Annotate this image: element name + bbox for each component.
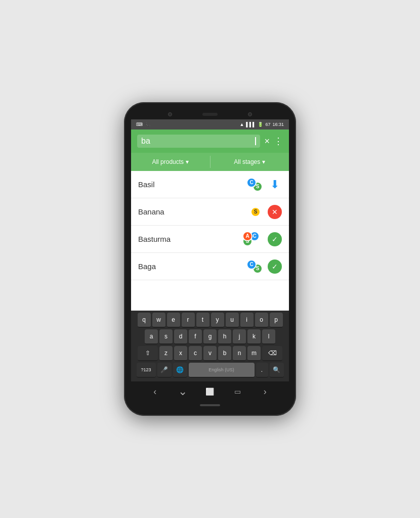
product-actions: S ✕: [246, 205, 282, 219]
signal-icon: ▌▌▌: [246, 122, 256, 127]
key-p[interactable]: p: [270, 313, 283, 328]
product-actions: C S ✓: [246, 260, 282, 274]
battery-icon: 🔋: [258, 122, 263, 127]
key-y[interactable]: y: [211, 313, 224, 328]
key-x[interactable]: x: [174, 346, 187, 361]
key-s[interactable]: s: [159, 329, 173, 344]
keyboard-row-2: a s d f g h j k l: [132, 329, 288, 344]
badge-c: C: [246, 178, 257, 188]
download-button[interactable]: ⬇: [268, 178, 282, 192]
product-actions: C S ⬇: [246, 178, 282, 192]
products-filter-button[interactable]: All products ▾: [131, 153, 210, 171]
key-c[interactable]: c: [189, 346, 202, 361]
key-d[interactable]: d: [174, 329, 187, 344]
status-bar: ⌨ 📞 ▲ ▌▌▌ 🔋 67 16:31: [131, 119, 289, 130]
status-right-icons: ▲ ▌▌▌ 🔋 67 16:31: [239, 122, 284, 127]
filter-bar: All products ▾ All stages ▾: [131, 153, 289, 171]
phone-icon: 📞: [145, 122, 150, 127]
key-g[interactable]: g: [203, 329, 217, 344]
key-u[interactable]: u: [226, 313, 239, 328]
table-row[interactable]: Banana S ✕: [131, 198, 289, 226]
product-name: Basturma: [138, 235, 171, 243]
product-actions: A S C ✓: [242, 231, 282, 247]
wifi-icon: ▲: [239, 122, 244, 127]
key-o[interactable]: o: [255, 313, 268, 328]
shift-key[interactable]: ⇧: [138, 346, 158, 361]
key-n[interactable]: n: [233, 346, 246, 361]
product-name: Baga: [138, 262, 156, 271]
table-row[interactable]: Baga C S ✓: [131, 253, 289, 280]
keyboard-icon: ⌨: [136, 122, 143, 127]
search-key[interactable]: 🔍: [270, 363, 284, 378]
key-z[interactable]: z: [159, 346, 173, 361]
key-j[interactable]: j: [233, 329, 246, 344]
num-key[interactable]: ?123: [137, 363, 156, 378]
front-camera: [168, 112, 172, 116]
stages-dropdown-icon: ▾: [262, 158, 265, 165]
check-button[interactable]: ✓: [268, 232, 282, 246]
battery-percent: 67: [265, 122, 270, 127]
table-row[interactable]: Basturma A S C ✓: [131, 226, 289, 253]
key-a[interactable]: a: [145, 329, 158, 344]
table-row[interactable]: Basil C S ⬇: [131, 171, 289, 198]
search-input[interactable]: ba: [137, 135, 260, 148]
phone-device: ⌨ 📞 ▲ ▌▌▌ 🔋 67 16:31 ba × ⋮ All product: [124, 102, 296, 416]
period-key[interactable]: .: [256, 363, 268, 378]
home-button[interactable]: ⬜: [200, 384, 220, 399]
key-w[interactable]: w: [152, 313, 165, 328]
status-left-icons: ⌨ 📞: [136, 122, 150, 127]
backspace-key[interactable]: ⌫: [262, 346, 282, 361]
phone-top-hardware: [168, 109, 252, 119]
key-k[interactable]: k: [247, 329, 261, 344]
keyboard-row-3: ⇧ z x c v b n m ⌫: [132, 346, 288, 361]
key-l[interactable]: l: [262, 329, 275, 344]
products-dropdown-icon: ▾: [186, 158, 189, 165]
keyboard: q w e r t y u i o p a s d f g h j k: [131, 311, 289, 381]
clear-search-button[interactable]: ×: [264, 136, 270, 147]
clock: 16:31: [272, 122, 284, 127]
cancel-button[interactable]: ✕: [268, 205, 282, 219]
mic-key[interactable]: 🎤: [157, 363, 172, 378]
sensor: [248, 112, 252, 116]
phone-bottom-hardware: [200, 402, 220, 409]
badge-s-yellow: S: [250, 207, 261, 217]
globe-key[interactable]: 🌐: [173, 363, 187, 378]
home-indicator: [200, 404, 220, 406]
badge-group: S: [246, 205, 265, 219]
key-q[interactable]: q: [138, 313, 151, 328]
key-m[interactable]: m: [247, 346, 261, 361]
back-button[interactable]: ‹: [145, 384, 165, 399]
key-t[interactable]: t: [196, 313, 209, 328]
search-query-text: ba: [141, 137, 255, 146]
keyboard-row-4: ?123 🎤 🌐 English (US) . 🔍: [132, 363, 288, 378]
key-i[interactable]: i: [240, 313, 254, 328]
key-e[interactable]: e: [167, 313, 180, 328]
product-name: Banana: [138, 207, 164, 216]
product-list: Basil C S ⬇ Banana S ✕: [131, 171, 289, 311]
badge-group: C S: [246, 178, 265, 192]
key-r[interactable]: r: [182, 313, 195, 328]
stages-filter-button[interactable]: All stages ▾: [211, 153, 289, 171]
search-menu-button[interactable]: ⋮: [274, 136, 283, 147]
key-h[interactable]: h: [218, 329, 231, 344]
down-button[interactable]: ⌄: [173, 384, 193, 399]
product-name: Basil: [138, 180, 155, 189]
badge-group: A S C: [242, 231, 265, 247]
phone-screen: ⌨ 📞 ▲ ▌▌▌ 🔋 67 16:31 ba × ⋮ All product: [131, 119, 289, 402]
check-button[interactable]: ✓: [268, 260, 282, 274]
badge-group: C S: [246, 260, 265, 274]
badge-c: C: [246, 260, 257, 270]
products-filter-label: All products: [152, 158, 184, 165]
text-cursor: [255, 137, 256, 145]
phone-speaker: [202, 113, 218, 116]
badge-a: A: [242, 231, 253, 241]
keyboard-row-1: q w e r t y u i o p: [132, 313, 288, 328]
search-bar: ba × ⋮: [131, 130, 289, 153]
key-v[interactable]: v: [203, 346, 217, 361]
recents-button[interactable]: ▭: [227, 384, 247, 399]
key-b[interactable]: b: [218, 346, 231, 361]
nav-bar: ‹ ⌄ ⬜ ▭ ›: [131, 381, 289, 402]
key-f[interactable]: f: [189, 329, 202, 344]
space-key[interactable]: English (US): [189, 363, 255, 378]
forward-button[interactable]: ›: [255, 384, 275, 399]
